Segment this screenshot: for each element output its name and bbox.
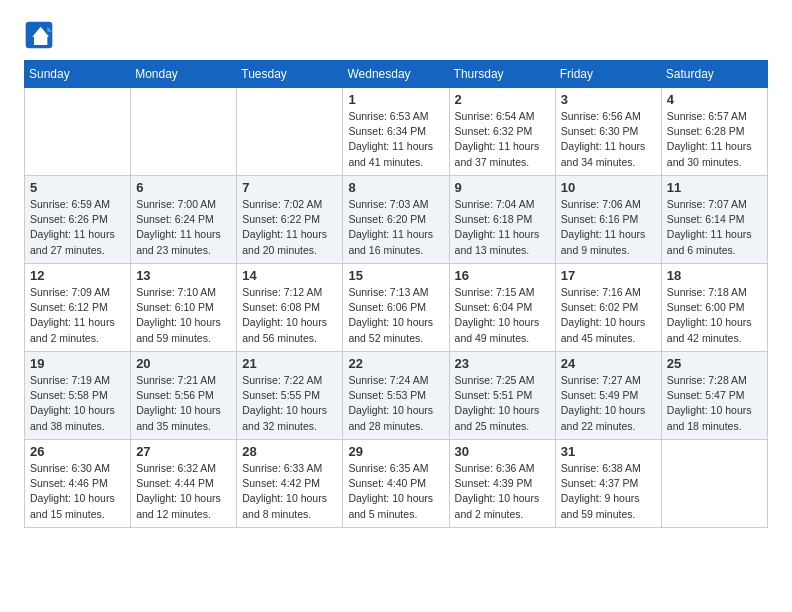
day-number: 20 bbox=[136, 356, 231, 371]
calendar-cell: 16Sunrise: 7:15 AMSunset: 6:04 PMDayligh… bbox=[449, 264, 555, 352]
calendar-cell bbox=[25, 88, 131, 176]
day-number: 12 bbox=[30, 268, 125, 283]
day-info: Sunrise: 7:04 AMSunset: 6:18 PMDaylight:… bbox=[455, 197, 550, 258]
day-info: Sunrise: 7:25 AMSunset: 5:51 PMDaylight:… bbox=[455, 373, 550, 434]
day-number: 1 bbox=[348, 92, 443, 107]
day-info: Sunrise: 7:13 AMSunset: 6:06 PMDaylight:… bbox=[348, 285, 443, 346]
week-row-4: 19Sunrise: 7:19 AMSunset: 5:58 PMDayligh… bbox=[25, 352, 768, 440]
day-info: Sunrise: 6:33 AMSunset: 4:42 PMDaylight:… bbox=[242, 461, 337, 522]
calendar-table: SundayMondayTuesdayWednesdayThursdayFrid… bbox=[24, 60, 768, 528]
week-row-5: 26Sunrise: 6:30 AMSunset: 4:46 PMDayligh… bbox=[25, 440, 768, 528]
day-number: 8 bbox=[348, 180, 443, 195]
weekday-header-sunday: Sunday bbox=[25, 61, 131, 88]
calendar-cell: 21Sunrise: 7:22 AMSunset: 5:55 PMDayligh… bbox=[237, 352, 343, 440]
week-row-1: 1Sunrise: 6:53 AMSunset: 6:34 PMDaylight… bbox=[25, 88, 768, 176]
day-info: Sunrise: 7:21 AMSunset: 5:56 PMDaylight:… bbox=[136, 373, 231, 434]
calendar-cell: 17Sunrise: 7:16 AMSunset: 6:02 PMDayligh… bbox=[555, 264, 661, 352]
day-number: 17 bbox=[561, 268, 656, 283]
day-info: Sunrise: 6:53 AMSunset: 6:34 PMDaylight:… bbox=[348, 109, 443, 170]
calendar-cell: 24Sunrise: 7:27 AMSunset: 5:49 PMDayligh… bbox=[555, 352, 661, 440]
day-number: 18 bbox=[667, 268, 762, 283]
day-number: 21 bbox=[242, 356, 337, 371]
calendar-cell: 1Sunrise: 6:53 AMSunset: 6:34 PMDaylight… bbox=[343, 88, 449, 176]
day-info: Sunrise: 6:35 AMSunset: 4:40 PMDaylight:… bbox=[348, 461, 443, 522]
calendar-cell: 15Sunrise: 7:13 AMSunset: 6:06 PMDayligh… bbox=[343, 264, 449, 352]
logo-icon bbox=[24, 20, 54, 50]
calendar-cell: 26Sunrise: 6:30 AMSunset: 4:46 PMDayligh… bbox=[25, 440, 131, 528]
day-number: 3 bbox=[561, 92, 656, 107]
day-number: 2 bbox=[455, 92, 550, 107]
calendar-cell: 30Sunrise: 6:36 AMSunset: 4:39 PMDayligh… bbox=[449, 440, 555, 528]
page: SundayMondayTuesdayWednesdayThursdayFrid… bbox=[0, 0, 792, 544]
day-number: 19 bbox=[30, 356, 125, 371]
day-number: 30 bbox=[455, 444, 550, 459]
day-number: 4 bbox=[667, 92, 762, 107]
weekday-header-tuesday: Tuesday bbox=[237, 61, 343, 88]
weekday-header-row: SundayMondayTuesdayWednesdayThursdayFrid… bbox=[25, 61, 768, 88]
day-info: Sunrise: 7:18 AMSunset: 6:00 PMDaylight:… bbox=[667, 285, 762, 346]
day-info: Sunrise: 7:02 AMSunset: 6:22 PMDaylight:… bbox=[242, 197, 337, 258]
day-info: Sunrise: 7:15 AMSunset: 6:04 PMDaylight:… bbox=[455, 285, 550, 346]
calendar-cell: 31Sunrise: 6:38 AMSunset: 4:37 PMDayligh… bbox=[555, 440, 661, 528]
calendar-cell: 14Sunrise: 7:12 AMSunset: 6:08 PMDayligh… bbox=[237, 264, 343, 352]
day-info: Sunrise: 7:03 AMSunset: 6:20 PMDaylight:… bbox=[348, 197, 443, 258]
day-info: Sunrise: 7:06 AMSunset: 6:16 PMDaylight:… bbox=[561, 197, 656, 258]
day-info: Sunrise: 7:00 AMSunset: 6:24 PMDaylight:… bbox=[136, 197, 231, 258]
day-info: Sunrise: 7:16 AMSunset: 6:02 PMDaylight:… bbox=[561, 285, 656, 346]
weekday-header-thursday: Thursday bbox=[449, 61, 555, 88]
calendar-cell: 5Sunrise: 6:59 AMSunset: 6:26 PMDaylight… bbox=[25, 176, 131, 264]
calendar-cell: 8Sunrise: 7:03 AMSunset: 6:20 PMDaylight… bbox=[343, 176, 449, 264]
day-number: 16 bbox=[455, 268, 550, 283]
day-info: Sunrise: 6:54 AMSunset: 6:32 PMDaylight:… bbox=[455, 109, 550, 170]
calendar-cell bbox=[131, 88, 237, 176]
day-info: Sunrise: 7:27 AMSunset: 5:49 PMDaylight:… bbox=[561, 373, 656, 434]
calendar-cell bbox=[661, 440, 767, 528]
day-info: Sunrise: 7:22 AMSunset: 5:55 PMDaylight:… bbox=[242, 373, 337, 434]
calendar-cell: 7Sunrise: 7:02 AMSunset: 6:22 PMDaylight… bbox=[237, 176, 343, 264]
day-number: 5 bbox=[30, 180, 125, 195]
calendar-cell: 23Sunrise: 7:25 AMSunset: 5:51 PMDayligh… bbox=[449, 352, 555, 440]
day-number: 28 bbox=[242, 444, 337, 459]
day-info: Sunrise: 7:09 AMSunset: 6:12 PMDaylight:… bbox=[30, 285, 125, 346]
day-number: 22 bbox=[348, 356, 443, 371]
calendar-cell: 6Sunrise: 7:00 AMSunset: 6:24 PMDaylight… bbox=[131, 176, 237, 264]
day-number: 27 bbox=[136, 444, 231, 459]
calendar-cell: 19Sunrise: 7:19 AMSunset: 5:58 PMDayligh… bbox=[25, 352, 131, 440]
weekday-header-saturday: Saturday bbox=[661, 61, 767, 88]
day-info: Sunrise: 6:30 AMSunset: 4:46 PMDaylight:… bbox=[30, 461, 125, 522]
calendar-cell: 13Sunrise: 7:10 AMSunset: 6:10 PMDayligh… bbox=[131, 264, 237, 352]
day-number: 6 bbox=[136, 180, 231, 195]
week-row-2: 5Sunrise: 6:59 AMSunset: 6:26 PMDaylight… bbox=[25, 176, 768, 264]
day-info: Sunrise: 7:28 AMSunset: 5:47 PMDaylight:… bbox=[667, 373, 762, 434]
calendar-cell: 28Sunrise: 6:33 AMSunset: 4:42 PMDayligh… bbox=[237, 440, 343, 528]
weekday-header-wednesday: Wednesday bbox=[343, 61, 449, 88]
day-info: Sunrise: 6:36 AMSunset: 4:39 PMDaylight:… bbox=[455, 461, 550, 522]
day-number: 9 bbox=[455, 180, 550, 195]
calendar-cell: 18Sunrise: 7:18 AMSunset: 6:00 PMDayligh… bbox=[661, 264, 767, 352]
calendar-cell: 9Sunrise: 7:04 AMSunset: 6:18 PMDaylight… bbox=[449, 176, 555, 264]
day-number: 26 bbox=[30, 444, 125, 459]
calendar-cell: 27Sunrise: 6:32 AMSunset: 4:44 PMDayligh… bbox=[131, 440, 237, 528]
day-number: 10 bbox=[561, 180, 656, 195]
weekday-header-friday: Friday bbox=[555, 61, 661, 88]
calendar-cell: 3Sunrise: 6:56 AMSunset: 6:30 PMDaylight… bbox=[555, 88, 661, 176]
calendar-cell: 2Sunrise: 6:54 AMSunset: 6:32 PMDaylight… bbox=[449, 88, 555, 176]
day-number: 24 bbox=[561, 356, 656, 371]
day-number: 7 bbox=[242, 180, 337, 195]
day-number: 13 bbox=[136, 268, 231, 283]
header bbox=[24, 20, 768, 50]
day-number: 31 bbox=[561, 444, 656, 459]
day-number: 29 bbox=[348, 444, 443, 459]
day-number: 15 bbox=[348, 268, 443, 283]
calendar-cell: 11Sunrise: 7:07 AMSunset: 6:14 PMDayligh… bbox=[661, 176, 767, 264]
week-row-3: 12Sunrise: 7:09 AMSunset: 6:12 PMDayligh… bbox=[25, 264, 768, 352]
day-number: 23 bbox=[455, 356, 550, 371]
calendar-cell: 10Sunrise: 7:06 AMSunset: 6:16 PMDayligh… bbox=[555, 176, 661, 264]
day-number: 25 bbox=[667, 356, 762, 371]
day-info: Sunrise: 7:07 AMSunset: 6:14 PMDaylight:… bbox=[667, 197, 762, 258]
day-info: Sunrise: 6:57 AMSunset: 6:28 PMDaylight:… bbox=[667, 109, 762, 170]
day-info: Sunrise: 7:24 AMSunset: 5:53 PMDaylight:… bbox=[348, 373, 443, 434]
calendar-cell bbox=[237, 88, 343, 176]
calendar-cell: 20Sunrise: 7:21 AMSunset: 5:56 PMDayligh… bbox=[131, 352, 237, 440]
calendar-cell: 12Sunrise: 7:09 AMSunset: 6:12 PMDayligh… bbox=[25, 264, 131, 352]
